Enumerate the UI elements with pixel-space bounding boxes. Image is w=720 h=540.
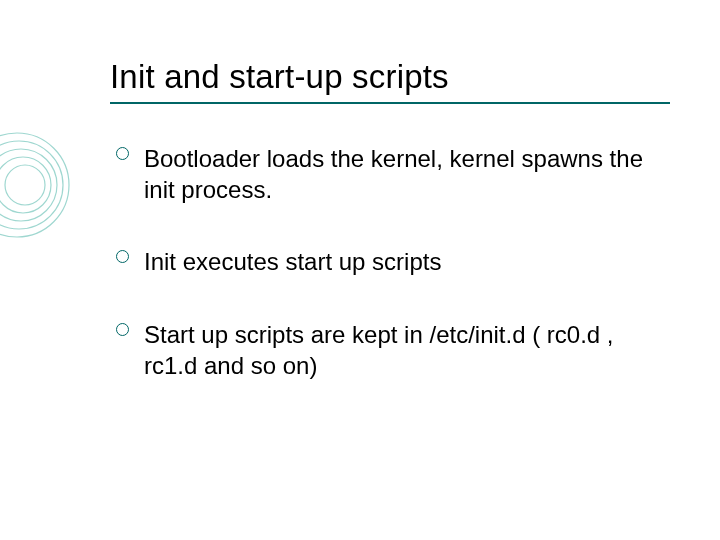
bullet-icon [116, 250, 129, 263]
bullet-text: Start up scripts are kept in /etc/init.d… [144, 321, 614, 379]
bullet-icon [116, 147, 129, 160]
bullet-icon [116, 323, 129, 336]
title-underline [110, 102, 670, 104]
title-block: Init and start-up scripts [110, 58, 670, 104]
list-item: Init executes start up scripts [116, 247, 670, 278]
bullet-list: Bootloader loads the kernel, kernel spaw… [110, 144, 670, 382]
slide: Init and start-up scripts Bootloader loa… [0, 0, 720, 540]
list-item: Bootloader loads the kernel, kernel spaw… [116, 144, 670, 205]
bullet-text: Bootloader loads the kernel, kernel spaw… [144, 145, 643, 203]
slide-title: Init and start-up scripts [110, 58, 670, 96]
list-item: Start up scripts are kept in /etc/init.d… [116, 320, 670, 381]
bullet-text: Init executes start up scripts [144, 248, 441, 275]
